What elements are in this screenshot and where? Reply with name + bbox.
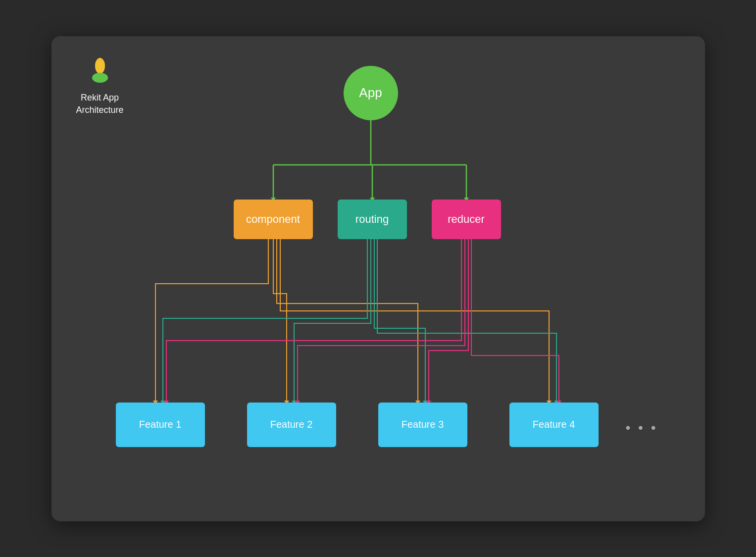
feature-4-node: Feature 4 (509, 403, 599, 447)
svg-point-2 (95, 58, 105, 74)
feature-2-node: Feature 2 (247, 403, 336, 447)
reducer-node: reducer (432, 200, 501, 239)
rekit-logo-icon (84, 56, 116, 88)
svg-point-3 (92, 73, 108, 83)
logo-text: Rekit App Architecture (76, 92, 124, 116)
routing-label: routing (355, 213, 389, 226)
component-label: component (246, 213, 300, 226)
feature-1-node: Feature 1 (116, 403, 205, 447)
app-label: App (359, 85, 382, 101)
routing-node: routing (338, 200, 407, 239)
more-features-dots: • • • (626, 420, 658, 436)
component-node: component (234, 200, 313, 239)
feature-1-label: Feature 1 (139, 419, 182, 430)
logo-area: Rekit App Architecture (76, 56, 124, 116)
feature-3-node: Feature 3 (378, 403, 467, 447)
app-node: App (344, 66, 398, 120)
feature-2-label: Feature 2 (270, 419, 313, 430)
feature-3-label: Feature 3 (402, 419, 444, 430)
feature-4-label: Feature 4 (533, 419, 575, 430)
main-card: Rekit App Architecture (51, 36, 705, 521)
reducer-label: reducer (448, 213, 485, 226)
